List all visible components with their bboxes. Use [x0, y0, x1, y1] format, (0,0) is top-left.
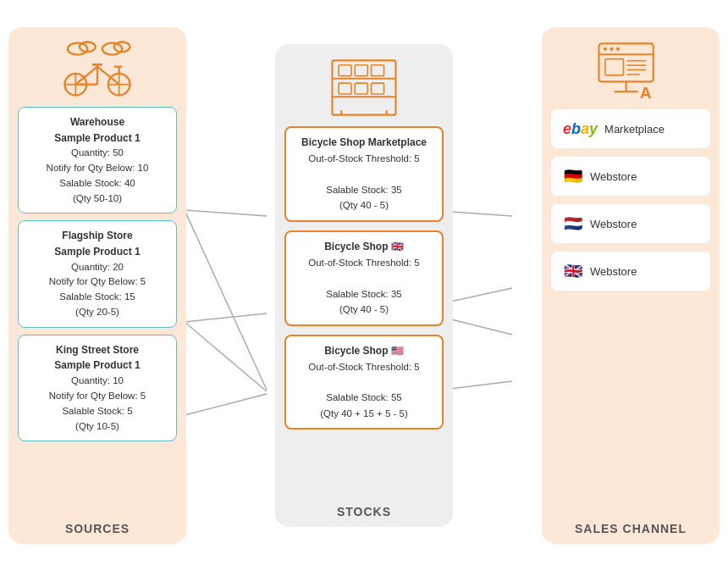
shelf-icon	[326, 56, 402, 119]
gb-flag-icon: 🇬🇧	[563, 261, 583, 281]
svg-point-11	[102, 43, 122, 55]
sales-card-ebay: ebay Marketplace	[551, 109, 710, 148]
svg-rect-34	[355, 83, 367, 94]
sales-card-nl: 🇳🇱 Webstore	[551, 204, 710, 243]
svg-rect-27	[333, 60, 396, 114]
shop-icon: A	[593, 39, 669, 103]
sources-label: SOURCES	[65, 515, 130, 535]
svg-rect-31	[355, 65, 367, 76]
svg-line-0	[185, 210, 267, 216]
sales-card-de-label: Webstore	[590, 170, 637, 183]
svg-rect-33	[339, 83, 351, 94]
sales-card-nl-label: Webstore	[590, 218, 637, 230]
stocks-column: Bicycle Shop Marketplace Out-of-Stock Th…	[275, 44, 453, 527]
sales-channel-column: A ebay Marketplace 🇩🇪 Webstore 🇳🇱 Websto…	[542, 27, 720, 544]
nl-flag-icon: 🇳🇱	[563, 213, 583, 234]
source-card-warehouse: WarehouseSample Product 1 Quantity: 50 N…	[18, 107, 177, 213]
sales-card-gb-label: Webstore	[590, 265, 637, 278]
svg-line-1	[185, 313, 267, 322]
ebay-logo: ebay	[563, 120, 598, 138]
stock-card-us: Bicycle Shop 🇺🇸 Out-of-Stock Threshold: …	[284, 335, 444, 430]
svg-point-40	[604, 47, 607, 51]
sales-card-de: 🇩🇪 Webstore	[551, 157, 710, 196]
sales-card-ebay-label: Marketplace	[604, 123, 665, 136]
svg-text:A: A	[640, 84, 652, 102]
stock-card-uk: Bicycle Shop 🇬🇧 Out-of-Stock Threshold: …	[284, 230, 444, 326]
svg-point-9	[68, 43, 87, 55]
svg-line-4	[185, 322, 267, 391]
source-card-flagship: Flagship StoreSample Product 1 Quantity:…	[18, 220, 177, 327]
svg-rect-35	[372, 83, 384, 94]
diagram-container: WarehouseSample Product 1 Quantity: 50 N…	[0, 0, 728, 571]
sources-column: WarehouseSample Product 1 Quantity: 50 N…	[8, 27, 186, 544]
bike-icon	[55, 39, 140, 98]
stocks-label: STOCKS	[337, 498, 391, 518]
de-flag-icon: 🇩🇪	[563, 166, 583, 186]
stock-card-marketplace: Bicycle Shop Marketplace Out-of-Stock Th…	[284, 126, 444, 222]
svg-line-2	[185, 394, 267, 415]
sales-card-gb: 🇬🇧 Webstore	[551, 252, 710, 291]
svg-rect-43	[605, 59, 623, 75]
source-card-king-street: King Street StoreSample Product 1 Quanti…	[18, 335, 177, 441]
sales-channel-label: SALES CHANNEL	[575, 515, 687, 535]
svg-rect-30	[339, 65, 351, 76]
svg-line-3	[185, 210, 267, 390]
svg-point-41	[609, 47, 613, 51]
svg-point-42	[616, 47, 620, 51]
svg-rect-32	[372, 65, 384, 76]
